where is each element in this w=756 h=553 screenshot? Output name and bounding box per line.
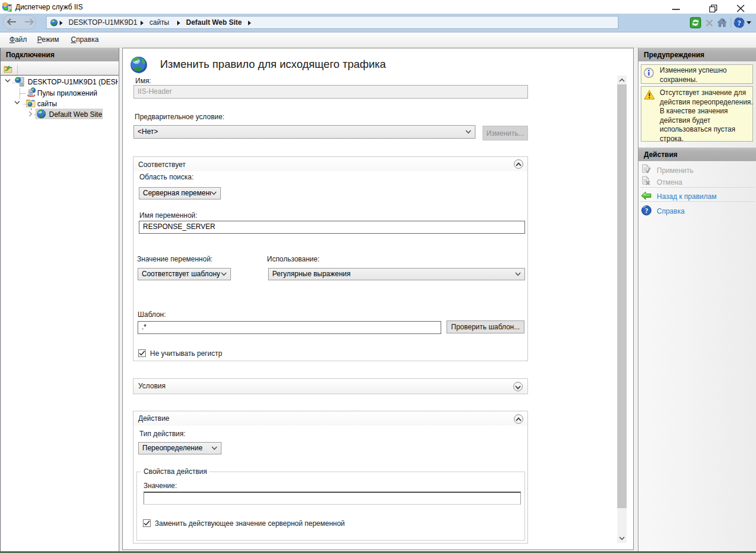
svg-text:?: ? <box>645 207 649 214</box>
svg-text:?: ? <box>737 19 741 27</box>
